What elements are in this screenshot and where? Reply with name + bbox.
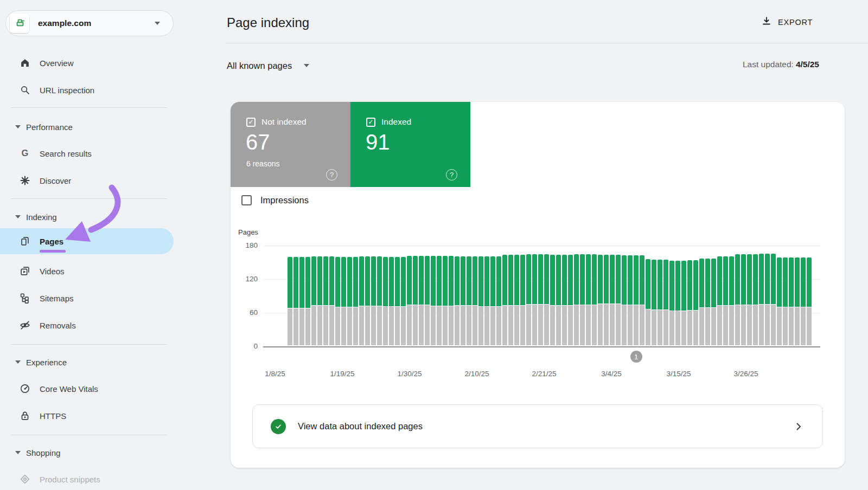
sidebar-item-core-web-vitals[interactable]: Core Web Vitals bbox=[0, 378, 174, 399]
chart-bar[interactable] bbox=[329, 256, 334, 345]
chart-bar[interactable] bbox=[383, 257, 388, 345]
sidebar-item-removals[interactable]: Removals bbox=[0, 314, 174, 336]
chart-bar[interactable] bbox=[449, 256, 454, 345]
chart-bar[interactable] bbox=[425, 256, 430, 345]
chart-bar[interactable] bbox=[377, 256, 382, 345]
chart-bar[interactable] bbox=[693, 260, 698, 345]
chart-bar[interactable] bbox=[461, 256, 465, 345]
chart-bar[interactable] bbox=[604, 255, 609, 345]
sidebar-item-search-results[interactable]: GSearch results bbox=[0, 143, 174, 164]
export-button[interactable]: EXPORT bbox=[761, 14, 813, 30]
chart-event-marker[interactable]: 1 bbox=[630, 351, 642, 363]
chart-bar[interactable] bbox=[783, 257, 788, 345]
chart-bar[interactable] bbox=[753, 254, 758, 345]
chart-bar[interactable] bbox=[293, 257, 298, 345]
chart-bar[interactable] bbox=[288, 257, 292, 345]
chart-bar[interactable] bbox=[705, 259, 710, 345]
chart-bar[interactable] bbox=[765, 254, 770, 345]
chart-bar[interactable] bbox=[365, 256, 370, 345]
chart-bar[interactable] bbox=[675, 261, 680, 345]
chart-bar[interactable] bbox=[592, 254, 597, 345]
chart-bar[interactable] bbox=[735, 254, 740, 345]
chart-bar[interactable] bbox=[353, 257, 358, 345]
chart-bar[interactable] bbox=[640, 255, 644, 345]
chart-bar[interactable] bbox=[723, 256, 728, 345]
chart-bar[interactable] bbox=[568, 255, 573, 345]
chart-bar[interactable] bbox=[502, 255, 507, 345]
chart-bar[interactable] bbox=[431, 256, 436, 345]
chart-bar[interactable] bbox=[801, 257, 806, 345]
chart-bar[interactable] bbox=[544, 254, 549, 345]
chart-bar[interactable] bbox=[634, 255, 639, 345]
chart-bar[interactable] bbox=[681, 261, 686, 345]
chart-bar[interactable] bbox=[711, 259, 716, 345]
impressions-toggle[interactable]: Impressions bbox=[241, 195, 309, 205]
chart-bar[interactable] bbox=[341, 257, 346, 345]
chart-bar[interactable] bbox=[759, 254, 764, 345]
chart-bar[interactable] bbox=[550, 255, 555, 345]
chart-bar[interactable] bbox=[389, 257, 394, 345]
chart-bar[interactable] bbox=[443, 256, 448, 345]
chart-bar[interactable] bbox=[795, 257, 800, 345]
chart-bar[interactable] bbox=[777, 257, 782, 345]
chart-bar[interactable] bbox=[669, 261, 674, 345]
chart-bar[interactable] bbox=[484, 256, 489, 345]
chart-bar[interactable] bbox=[741, 254, 746, 345]
chart-bar[interactable] bbox=[747, 254, 752, 345]
chart-bar[interactable] bbox=[663, 260, 668, 345]
chart-bar[interactable] bbox=[359, 256, 364, 345]
chart-bar[interactable] bbox=[538, 254, 543, 345]
chart-bar[interactable] bbox=[496, 256, 501, 345]
chart-bar[interactable] bbox=[371, 256, 376, 345]
chart-bar[interactable] bbox=[658, 260, 662, 345]
indexed-card[interactable]: ✓ Indexed 91 ? bbox=[350, 102, 470, 187]
chart-bar[interactable] bbox=[478, 256, 483, 345]
chart-bar[interactable] bbox=[526, 254, 531, 345]
chart-bar[interactable] bbox=[562, 255, 567, 345]
page-filter-dropdown[interactable]: All known pages bbox=[227, 59, 309, 73]
help-icon[interactable]: ? bbox=[326, 169, 337, 180]
checkbox-checked-icon[interactable]: ✓ bbox=[246, 118, 256, 127]
chart-bar[interactable] bbox=[311, 256, 316, 345]
sidebar-item-discover[interactable]: Discover bbox=[0, 170, 174, 191]
chart-bar[interactable] bbox=[717, 256, 722, 345]
chart-bar[interactable] bbox=[628, 255, 633, 345]
chart-bar[interactable] bbox=[317, 256, 322, 345]
view-indexed-data-row[interactable]: View data about indexed pages bbox=[252, 404, 823, 448]
chart-bar[interactable] bbox=[610, 255, 615, 345]
help-icon[interactable]: ? bbox=[446, 169, 457, 180]
chart-bar[interactable] bbox=[347, 257, 352, 345]
chart-bar[interactable] bbox=[401, 257, 406, 345]
chart-bar[interactable] bbox=[407, 256, 412, 345]
chart-bar[interactable] bbox=[305, 257, 310, 345]
sidebar-section-indexing[interactable]: Indexing bbox=[0, 206, 174, 228]
chart-bar[interactable] bbox=[622, 255, 627, 345]
chart-bar[interactable] bbox=[514, 255, 519, 345]
chart-bar[interactable] bbox=[580, 254, 585, 345]
sidebar-item-videos[interactable]: Videos bbox=[0, 260, 174, 282]
chart-bar[interactable] bbox=[508, 255, 513, 345]
sidebar-item-sitemaps[interactable]: Sitemaps bbox=[0, 287, 174, 309]
chart-bar[interactable] bbox=[413, 256, 418, 345]
not-indexed-card[interactable]: ✓ Not indexed 67 6 reasons ? bbox=[231, 102, 350, 187]
chart-bar[interactable] bbox=[335, 257, 340, 345]
checkbox-unchecked-icon[interactable] bbox=[241, 195, 252, 205]
chart-bar[interactable] bbox=[490, 256, 495, 345]
chart-bar[interactable] bbox=[729, 256, 734, 345]
chart-bar[interactable] bbox=[652, 260, 656, 345]
chart-bar[interactable] bbox=[455, 256, 459, 345]
chart-bar[interactable] bbox=[532, 254, 537, 345]
chart-bar[interactable] bbox=[299, 257, 304, 345]
chart-bar[interactable] bbox=[473, 256, 477, 345]
sidebar-item-url-inspection[interactable]: URL inspection bbox=[0, 79, 174, 101]
sidebar-item-https[interactable]: HTTPS bbox=[0, 405, 174, 427]
chart-bar[interactable] bbox=[419, 256, 424, 345]
sidebar-section-performance[interactable]: Performance bbox=[0, 116, 174, 138]
chart-bar[interactable] bbox=[598, 255, 603, 345]
chart-bar[interactable] bbox=[323, 256, 328, 345]
chart-bar[interactable] bbox=[520, 255, 525, 345]
chart-bar[interactable] bbox=[616, 255, 621, 345]
sidebar-item-pages[interactable]: Pages bbox=[0, 228, 174, 254]
checkbox-checked-icon[interactable]: ✓ bbox=[366, 118, 375, 127]
chart-bar[interactable] bbox=[586, 254, 591, 345]
